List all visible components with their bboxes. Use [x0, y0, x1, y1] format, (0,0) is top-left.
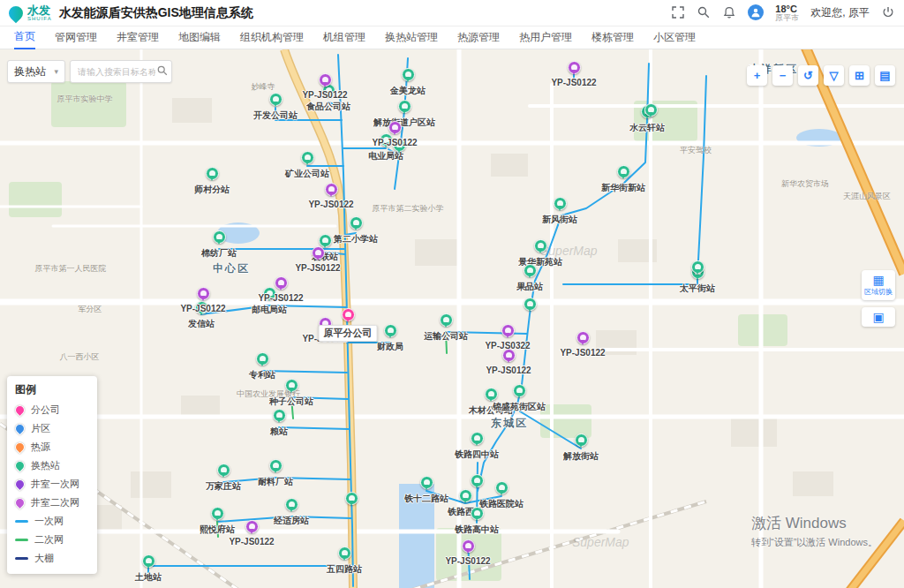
station-pin-icon[interactable]	[485, 388, 498, 401]
station-pin-icon[interactable]	[471, 432, 484, 445]
legend-item-分公司[interactable]: 分公司	[15, 401, 89, 419]
legend-item-一次网[interactable]: 一次网	[15, 512, 89, 531]
legend-item-二次网[interactable]: 二次网	[15, 531, 89, 549]
station-pin-icon[interactable]	[319, 234, 332, 247]
station-pin-icon[interactable]	[350, 216, 363, 230]
well-pin-icon[interactable]	[319, 73, 332, 87]
station-pin-icon[interactable]	[206, 167, 219, 180]
zoom-in-button[interactable]: +	[747, 65, 767, 86]
station-pin-icon[interactable]	[256, 352, 269, 366]
search-box[interactable]	[70, 60, 172, 83]
layer-switch-icon: ▣	[872, 311, 884, 323]
notifications-bell-icon[interactable]	[722, 5, 736, 19]
well-pin-icon[interactable]	[275, 276, 288, 290]
tab-机组管理[interactable]: 机组管理	[323, 26, 365, 49]
station-pin-icon[interactable]	[301, 151, 314, 164]
station-pin-icon[interactable]	[213, 230, 226, 244]
tab-换热站管理[interactable]: 换热站管理	[385, 26, 438, 49]
station-marker-label: 财政局	[377, 341, 403, 353]
station-pin-icon[interactable]	[217, 464, 230, 477]
map-place-label: 平安驾校	[680, 145, 712, 156]
well-pin-icon[interactable]	[245, 520, 259, 533]
station-pin-icon[interactable]	[269, 93, 282, 106]
legend-item-片区[interactable]: 片区	[15, 419, 89, 438]
tab-首页[interactable]: 首页	[14, 26, 35, 49]
station-pin-icon[interactable]	[211, 507, 224, 520]
well-pin-icon[interactable]	[576, 331, 590, 344]
station-pin-icon[interactable]	[459, 489, 472, 502]
station-pin-icon[interactable]	[269, 459, 282, 472]
tab-热用户管理[interactable]: 热用户管理	[519, 26, 572, 49]
reset-view-button[interactable]: ↺	[798, 65, 818, 86]
search-magnifier-icon[interactable]	[157, 64, 168, 79]
station-pin-icon[interactable]	[617, 165, 630, 178]
legend-pin-icon	[13, 459, 27, 473]
station-pin-icon[interactable]	[524, 298, 537, 311]
legend-panel: 图例 分公司片区热源换热站井室一次网井室二次网一次网二次网大棚	[7, 376, 97, 574]
station-pin-icon[interactable]	[575, 433, 588, 447]
station-pin-icon[interactable]	[495, 481, 508, 494]
layer-switch-button[interactable]: ▣	[862, 307, 895, 327]
legend-item-大棚[interactable]: 大棚	[15, 549, 89, 568]
station-marker-label: 太平街站	[680, 283, 715, 295]
station-pin-icon[interactable]	[285, 498, 298, 511]
logo-droplet-icon	[6, 3, 26, 23]
station-pin-icon[interactable]	[691, 260, 704, 274]
station-pin-icon[interactable]	[273, 409, 286, 422]
station-pin-icon[interactable]	[420, 476, 433, 489]
well-pin-icon[interactable]	[568, 61, 581, 74]
station-pin-icon[interactable]	[402, 68, 415, 81]
well-pin-icon[interactable]	[462, 539, 475, 553]
search-category-select[interactable]: 换热站 ▾	[7, 60, 65, 83]
station-marker-label: 粮站	[270, 426, 288, 438]
station-pin-icon[interactable]	[440, 313, 453, 327]
legend-item-井室二次网[interactable]: 井室二次网	[15, 494, 89, 512]
zoom-out-button[interactable]: −	[772, 65, 793, 86]
station-pin-icon[interactable]	[345, 492, 358, 505]
logout-icon[interactable]	[881, 5, 895, 19]
station-pin-icon[interactable]	[554, 197, 567, 210]
well-pin-icon[interactable]	[197, 287, 210, 300]
station-marker-label: 水云轩站	[629, 122, 665, 134]
fullscreen-icon[interactable]	[671, 5, 685, 19]
well-pin-icon[interactable]	[388, 121, 402, 134]
search-input[interactable]	[76, 66, 157, 78]
company-pin-icon[interactable]	[342, 308, 355, 321]
station-pin-icon[interactable]	[513, 384, 526, 397]
filter-button[interactable]: ▽	[824, 65, 844, 86]
station-pin-icon[interactable]	[398, 100, 411, 113]
layer-settings-button[interactable]: ▤	[875, 65, 895, 86]
windows-activate-watermark: 激活 Windows 转到“设置”以激活 Windows。	[751, 513, 878, 549]
station-pin-icon[interactable]	[471, 474, 484, 487]
area-switch-button[interactable]: ▦区域切换	[862, 270, 895, 300]
tab-井室管理[interactable]: 井室管理	[117, 26, 159, 49]
tab-热源管理[interactable]: 热源管理	[457, 26, 500, 49]
tab-组织机构管理[interactable]: 组织机构管理	[240, 26, 304, 49]
station-pin-icon[interactable]	[534, 239, 547, 253]
legend-item-换热站[interactable]: 换热站	[15, 456, 89, 475]
primary-pipeline	[563, 277, 697, 284]
avatar[interactable]	[748, 4, 764, 20]
station-pin-icon[interactable]	[644, 103, 658, 117]
legend-item-井室一次网[interactable]: 井室一次网	[15, 475, 89, 494]
tab-管网管理[interactable]: 管网管理	[55, 26, 97, 49]
search-icon[interactable]	[697, 5, 711, 19]
tab-地图编辑[interactable]: 地图编辑	[178, 26, 221, 49]
station-pin-icon[interactable]	[285, 379, 298, 392]
station-pin-icon[interactable]	[338, 547, 351, 560]
map-place-label: 妙峰寺	[252, 81, 275, 93]
measure-button[interactable]: ⊞	[849, 65, 870, 86]
tab-楼栋管理[interactable]: 楼栋管理	[591, 26, 634, 49]
well-pin-icon[interactable]	[501, 324, 515, 337]
well-marker-label: YP-JS0122	[302, 90, 347, 100]
station-pin-icon[interactable]	[524, 264, 537, 277]
station-pin-icon[interactable]	[384, 324, 397, 337]
station-pin-icon[interactable]	[142, 554, 155, 568]
map-canvas[interactable]: 中心区东城区吉祥新区原平市实验中学妙峰寺原平市第二实验小学平安驾校原平市第一人民…	[0, 49, 904, 588]
well-pin-icon[interactable]	[502, 349, 516, 362]
legend-item-热源[interactable]: 热源	[15, 438, 89, 456]
well-pin-icon[interactable]	[325, 183, 338, 196]
station-pin-icon[interactable]	[471, 507, 484, 520]
tab-小区管理[interactable]: 小区管理	[653, 26, 696, 49]
well-pin-icon[interactable]	[312, 246, 325, 260]
